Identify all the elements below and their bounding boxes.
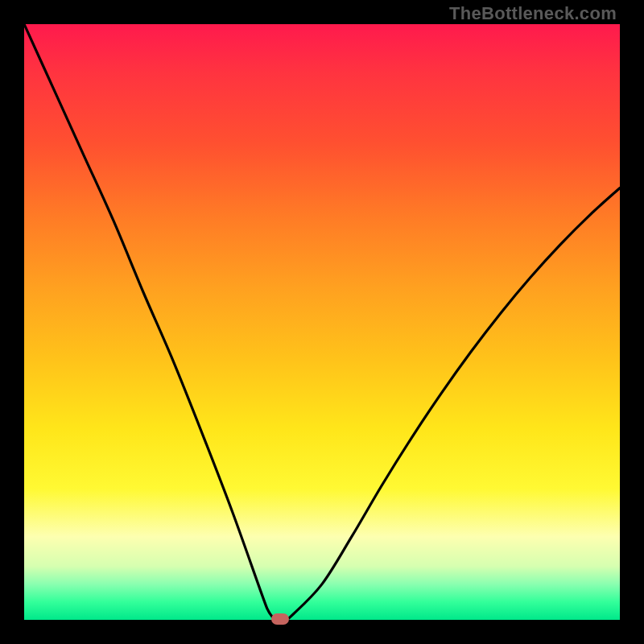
chart-plot-area [24, 24, 620, 620]
watermark-text: TheBottleneck.com [449, 3, 617, 24]
chart-frame: TheBottleneck.com [0, 0, 644, 644]
